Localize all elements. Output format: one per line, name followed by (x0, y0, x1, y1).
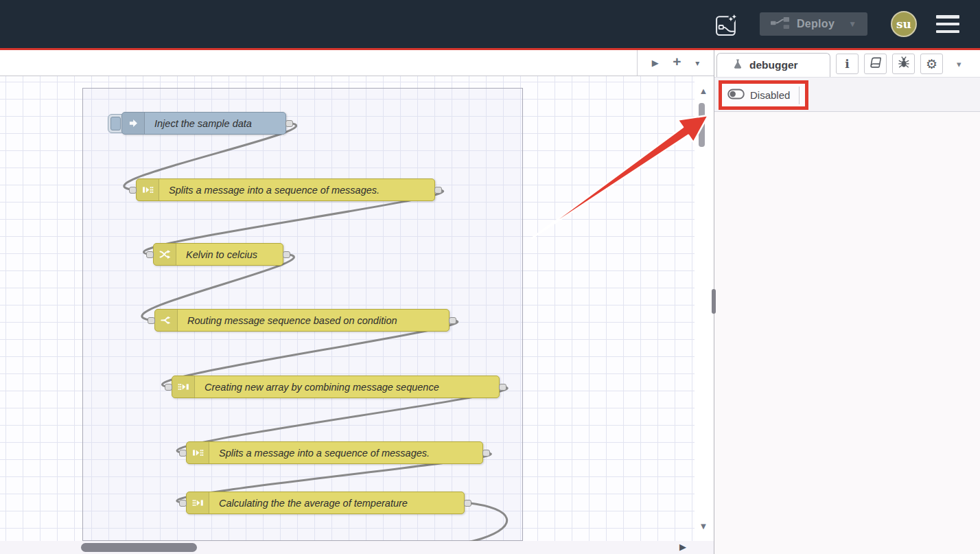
port-out[interactable] (283, 251, 290, 258)
port-out[interactable] (285, 120, 293, 127)
sidebar-splitter-handle[interactable] (712, 289, 716, 314)
port-in[interactable] (148, 317, 155, 324)
port-in[interactable] (165, 384, 172, 391)
annotation-highlight: Disabled (719, 80, 808, 110)
scroll-up-icon[interactable]: ▲ (695, 86, 712, 96)
node-switch[interactable]: Routing message sequence based on condit… (154, 309, 450, 332)
disabled-label: Disabled (750, 89, 790, 101)
port-in[interactable] (146, 251, 154, 258)
bug-icon (898, 56, 910, 71)
debugger-toolbar: Disabled (714, 77, 980, 112)
switch-node-icon (155, 310, 178, 331)
split-node-icon (187, 442, 209, 463)
deploy-caret-icon[interactable]: ▼ (848, 19, 856, 29)
book-icon (869, 56, 882, 72)
ai-assistant-icon[interactable] (713, 9, 740, 39)
node-label: Inject the sample data (145, 113, 261, 134)
inject-node-icon (122, 113, 145, 134)
sidebar-tab-label: debugger (749, 59, 798, 71)
add-flow-button[interactable]: + (673, 54, 681, 70)
horizontal-scrollbar[interactable]: ▶ (0, 541, 714, 554)
join-node-icon (172, 376, 195, 397)
toggle-off-icon (727, 89, 745, 102)
port-in[interactable] (179, 450, 187, 457)
horizontal-scrollbar-thumb[interactable] (81, 543, 197, 552)
node-join[interactable]: Calculating the the average of temperatu… (186, 492, 465, 514)
port-out[interactable] (434, 187, 442, 194)
debugger-button[interactable] (892, 54, 915, 74)
toolbar-separator (799, 86, 800, 104)
join-node-icon (187, 492, 209, 513)
collapse-caret-icon[interactable]: ▾ (957, 59, 961, 69)
settings-button[interactable]: ⚙ (920, 54, 943, 74)
info-icon: i (845, 57, 849, 71)
split-node-icon (137, 179, 159, 200)
node-label: Splits a message into a sequence of mess… (209, 442, 439, 463)
node-label: Splits a message into a sequence of mess… (159, 179, 389, 200)
vertical-scrollbar-thumb[interactable] (699, 103, 705, 147)
gear-icon: ⚙ (926, 58, 937, 71)
deploy-label: Deploy (797, 18, 835, 30)
deploy-nodes-icon (771, 16, 790, 32)
sidebar-tab-debugger[interactable]: debugger (716, 53, 830, 77)
sidebar: debugger i (714, 50, 980, 554)
node-inject[interactable]: Inject the sample data (121, 112, 286, 135)
port-in[interactable] (179, 500, 187, 507)
info-button[interactable]: i (836, 54, 859, 74)
node-label: Creating new array by combining message … (195, 376, 449, 397)
port-out[interactable] (499, 384, 506, 391)
menu-icon[interactable] (936, 15, 959, 33)
node-label: Routing message sequence based on condit… (178, 310, 407, 331)
node-split[interactable]: Splits a message into a sequence of mess… (186, 441, 483, 464)
node-split[interactable]: Splits a message into a sequence of mess… (136, 178, 435, 201)
disabled-toggle-button[interactable]: Disabled (727, 89, 790, 102)
tab-scroll-right-icon[interactable]: ▶ (652, 58, 659, 68)
node-label: Kelvin to celcius (176, 244, 267, 265)
sidebar-body (714, 112, 980, 554)
port-out[interactable] (449, 317, 456, 324)
sidebar-tabbar: debugger i (714, 50, 980, 77)
port-out[interactable] (482, 450, 490, 457)
node-join[interactable]: Creating new array by combining message … (172, 376, 500, 398)
deploy-button[interactable]: Deploy ▼ (760, 12, 867, 36)
port-out[interactable] (464, 500, 471, 507)
help-button[interactable] (864, 54, 887, 74)
flow-list-caret-icon[interactable]: ▾ (695, 58, 699, 68)
scroll-down-icon[interactable]: ▼ (695, 521, 712, 531)
app-header: Deploy ▼ su (0, 0, 980, 48)
scroll-right-icon[interactable]: ▶ (679, 542, 686, 552)
change-node-icon (154, 244, 176, 265)
port-in[interactable] (129, 187, 137, 194)
node-label: Calculating the the average of temperatu… (209, 492, 417, 513)
flow-canvas[interactable]: ▶ + ▾ Inject the sample dataSplits a mes… (0, 50, 714, 554)
flow-tabbar: ▶ + ▾ (0, 50, 714, 76)
user-avatar[interactable]: su (891, 11, 917, 37)
node-change[interactable]: Kelvin to celcius (153, 243, 283, 266)
workspace[interactable]: Inject the sample dataSplits a message i… (0, 76, 714, 554)
flask-icon (732, 58, 743, 72)
